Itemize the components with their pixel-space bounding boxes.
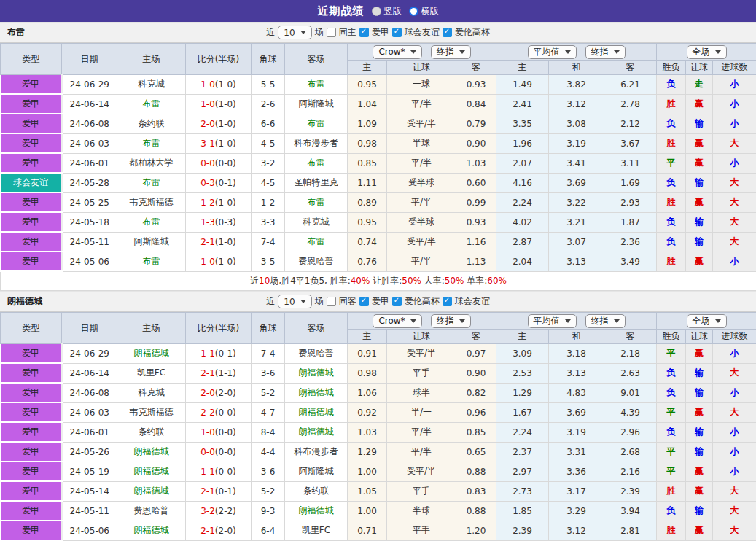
result-cell: 平	[657, 153, 686, 173]
avg-draw: 3.07	[549, 232, 604, 252]
halftime-score: (2-0)	[215, 526, 236, 536]
goals-cell: 小	[713, 383, 756, 402]
odds-source-select[interactable]: Crow*	[373, 45, 421, 59]
goals-cell: 大	[713, 212, 756, 232]
result-cell: 负	[657, 422, 686, 442]
handicap-result-cell: 输	[686, 173, 713, 192]
same-venue-checkbox[interactable]	[327, 28, 336, 37]
matches-table-team1: 类型 日期 主场 比分(半场) 角球 客场 Crow* 终指 平均值 终指 全场	[0, 43, 756, 291]
league-checkbox-0[interactable]	[359, 28, 369, 37]
corner-score: 4-4	[252, 442, 285, 462]
col-avg-draw: 和	[549, 330, 604, 344]
avg-home: 1.49	[496, 75, 549, 95]
league-checkbox-2[interactable]	[443, 28, 452, 37]
score-cell: 1-0(1-0)	[186, 94, 252, 114]
avg-home: 3.35	[496, 114, 549, 133]
odds-handicap: 平/半	[387, 192, 456, 212]
summary-segment: 场,胜4平1负5, 胜率:	[270, 276, 350, 286]
layout-radio-horizontal[interactable]: 横版	[409, 5, 439, 17]
home-team: 都柏林大学	[117, 153, 186, 173]
halftime-score: (0-0)	[215, 447, 236, 457]
avg-home: 2.97	[496, 462, 549, 481]
summary-segment: 60%	[487, 276, 507, 286]
avg-draw: 3.21	[549, 212, 604, 232]
away-team: 布雷	[285, 153, 348, 173]
home-team: 费恩哈普	[117, 501, 186, 521]
avg-draw: 3.22	[549, 192, 604, 212]
handicap-result-cell: 输	[686, 422, 713, 442]
filter-bar: 近 10 场 同主 爱甲 球会友谊 爱伦高杯	[266, 26, 489, 39]
home-team: 布雷	[117, 212, 186, 232]
halftime-score: (2-2)	[215, 506, 236, 516]
odds-handicap: 平手	[387, 521, 456, 540]
odds-stage-select[interactable]: 终指	[431, 314, 471, 328]
avg-stage-select[interactable]: 终指	[585, 45, 626, 59]
odds-handicap: 受平/半	[387, 232, 456, 252]
col-home: 主场	[117, 44, 186, 75]
odds-home: 1.03	[348, 422, 387, 442]
avg-source-select[interactable]: 平均值	[528, 45, 577, 59]
league-checkbox-2[interactable]	[443, 297, 452, 306]
radio-unchecked-icon[interactable]	[409, 7, 418, 16]
fulltime-score: 1-0	[200, 427, 215, 437]
avg-away: 2.18	[604, 344, 657, 364]
odds-stage-select[interactable]: 终指	[431, 45, 471, 59]
avg-stage-select[interactable]: 终指	[585, 314, 626, 328]
col-goals: 进球数	[713, 330, 756, 344]
odds-away: 0.85	[456, 422, 496, 442]
league-badge: 球会友谊	[1, 173, 62, 192]
league-badge: 爱甲	[1, 192, 62, 212]
radio-checked-icon[interactable]	[372, 7, 381, 16]
avg-draw: 3.12	[549, 521, 604, 540]
league-checkbox-0[interactable]	[359, 297, 369, 306]
odds-home: 1.29	[348, 442, 387, 462]
league-checkbox-1[interactable]	[392, 28, 402, 37]
league-label-1: 爱伦高杯	[405, 295, 440, 308]
league-label-0: 爱甲	[372, 295, 389, 308]
avg-home: 1.67	[496, 402, 549, 422]
match-row: 爱甲24-05-25韦克斯福德1-2(1-0)1-2布雷0.89平/半0.992…	[1, 192, 756, 212]
match-date: 24-05-14	[62, 481, 117, 501]
result-cell: 胜	[657, 252, 686, 271]
same-venue-checkbox[interactable]	[327, 297, 336, 306]
handicap-result-cell: 赢	[686, 481, 713, 501]
score-cell: 0-0(0-0)	[186, 153, 252, 173]
result-cell: 负	[657, 501, 686, 521]
handicap-result-cell: 赢	[686, 402, 713, 422]
odds-group-header: Crow* 终指	[348, 44, 496, 61]
odds-home: 1.00	[348, 462, 387, 481]
col-type: 类型	[1, 44, 62, 75]
match-count-select[interactable]: 10	[278, 295, 311, 308]
avg-home: 4.02	[496, 212, 549, 232]
layout-radio-vertical[interactable]: 竖版	[372, 5, 402, 17]
odds-home: 0.92	[348, 402, 387, 422]
odds-handicap: 受半球	[387, 212, 456, 232]
avg-home: 2.24	[496, 192, 549, 212]
fulltime-score: 1-0	[200, 79, 215, 90]
scope-select[interactable]: 全场	[687, 314, 727, 328]
match-row: 爱甲24-06-08科克城2-0(2-0)5-2朗福德城1.06球半0.821.…	[1, 383, 756, 402]
corner-score: 8-4	[252, 422, 285, 442]
match-date: 24-06-03	[62, 133, 117, 153]
chevron-down-icon	[565, 50, 571, 54]
odds-handicap: 受平/半	[387, 114, 456, 133]
avg-draw: 3.69	[549, 402, 604, 422]
away-team: 费恩哈普	[285, 344, 348, 364]
avg-source-select[interactable]: 平均值	[528, 314, 577, 328]
halftime-score: (1-0)	[215, 198, 236, 208]
scope-select[interactable]: 全场	[687, 45, 727, 59]
odds-away: 0.79	[456, 114, 496, 133]
match-row: 爱甲24-05-06布雷1-0(1-0)3-5费恩哈普0.76平/半1.132.…	[1, 252, 756, 271]
away-team: 朗福德城	[285, 422, 348, 442]
col-date: 日期	[62, 44, 117, 75]
avg-home: 2.07	[496, 153, 549, 173]
odds-source-select[interactable]: Crow*	[373, 314, 421, 328]
odds-home: 1.04	[348, 94, 387, 114]
home-team: 布雷	[117, 94, 186, 114]
match-count-select[interactable]: 10	[278, 26, 311, 39]
avg-draw: 3.31	[549, 442, 604, 462]
match-date: 24-05-18	[62, 212, 117, 232]
chevron-down-icon	[410, 50, 416, 54]
league-checkbox-1[interactable]	[392, 297, 402, 306]
corner-score: 5-2	[252, 481, 285, 501]
